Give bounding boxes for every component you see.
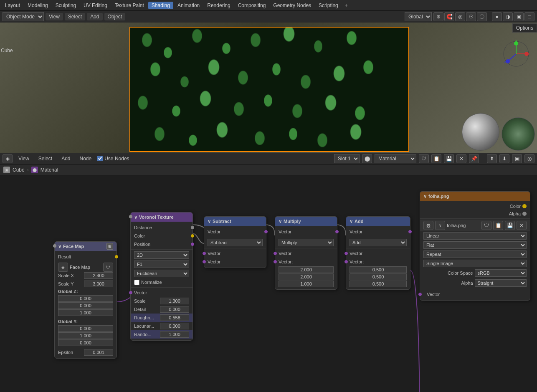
node-editor-mode-icon[interactable]: ◈ — [3, 154, 13, 163]
add-v2x-input[interactable] — [350, 266, 407, 273]
subtract-op-select[interactable]: Subtract — [208, 239, 263, 246]
multiply-collapse[interactable]: ∨ — [279, 219, 282, 224]
add-collapse[interactable]: ∨ — [350, 219, 353, 224]
face-map-gy-y[interactable] — [58, 332, 113, 339]
add-v2z-input[interactable] — [350, 281, 407, 287]
multiply-v2y-input[interactable] — [279, 273, 334, 280]
viewport-gizmo[interactable]: X Y Z — [499, 37, 533, 71]
face-map-type-icon[interactable]: ◈ — [58, 263, 68, 272]
material-unlink-icon[interactable]: ✕ — [456, 154, 466, 163]
folha-extension-select[interactable]: Repeat Extend Clip — [423, 250, 527, 258]
face-map-gz-y[interactable] — [58, 302, 113, 309]
menu-sculpting[interactable]: Sculpting — [52, 2, 79, 9]
folha-alpha-select[interactable]: Straight Premultiplied Channel Packed No… — [475, 279, 527, 287]
face-map-scalex-input[interactable] — [84, 272, 113, 279]
voronoi-dim-select[interactable]: 2D 3D — [134, 251, 189, 259]
face-map-gz-z[interactable] — [58, 309, 113, 316]
folha-copy-icon[interactable]: 📋 — [493, 221, 503, 230]
voronoi-random-input[interactable] — [160, 331, 189, 338]
viewport-shading-icon[interactable]: ● — [492, 12, 502, 21]
subtract-collapse[interactable]: ∨ — [208, 219, 211, 224]
face-map-scaley-input[interactable] — [84, 281, 113, 287]
add-v2y-input[interactable] — [350, 273, 407, 280]
menu-animation[interactable]: Animation — [174, 2, 203, 9]
folha-save-icon[interactable]: 💾 — [505, 221, 515, 230]
face-map-options-btn[interactable]: ⊞ — [106, 243, 113, 250]
voronoi-collapse[interactable]: ∨ — [134, 215, 137, 220]
material-shield-icon[interactable]: 🛡 — [419, 154, 429, 163]
folha-source-select[interactable]: Single Image Image Sequence Movie — [423, 260, 527, 267]
node-editor-add-btn[interactable]: Add — [58, 155, 73, 162]
node-align-top-icon[interactable]: ⬆ — [487, 154, 497, 163]
node-zoom-icon[interactable]: ◎ — [524, 154, 534, 163]
menu-scripting[interactable]: Scripting — [315, 2, 342, 9]
voronoi-scale-input[interactable] — [160, 298, 189, 304]
node-editor-select-btn[interactable]: Select — [35, 155, 56, 162]
voronoi-feature-select[interactable]: F1 F2 — [134, 260, 189, 268]
node-canvas[interactable]: ∨ Face Map ⊞ Result ◈ Face Map 🛡 — [0, 187, 537, 392]
material-select[interactable]: Material — [375, 154, 416, 163]
viewport-object-btn[interactable]: Object — [104, 13, 126, 20]
viewport-select-btn[interactable]: Select — [65, 13, 85, 20]
voronoi-normalize-check[interactable] — [134, 280, 139, 285]
face-map-epsilon-input[interactable] — [84, 349, 113, 356]
slot-select[interactable]: Slot 1 — [334, 154, 360, 163]
face-map-gy-z[interactable] — [58, 339, 113, 346]
options-button[interactable]: Options — [512, 23, 537, 33]
viewport-solid-icon[interactable]: □ — [524, 12, 534, 21]
node-align-bottom-icon[interactable]: ⬇ — [499, 154, 509, 163]
face-map-collapse-arrow[interactable]: ∨ — [58, 244, 61, 249]
folha-interpolation-select[interactable]: Linear Closest Cubic Smart — [423, 232, 527, 240]
xray-icon[interactable]: 〇 — [477, 12, 487, 21]
shader-ball-icon[interactable]: ⬤ — [362, 154, 372, 163]
multiply-v1-label: Vector — [279, 251, 334, 256]
node-sidebar-icon[interactable]: ▣ — [512, 154, 522, 163]
viewport-look-dev-icon[interactable]: ◑ — [503, 12, 513, 21]
material-copy-icon[interactable]: 📋 — [431, 154, 441, 163]
menu-shading[interactable]: Shading — [148, 2, 173, 9]
show-overlay-icon[interactable]: ☉ — [466, 12, 476, 21]
viewport-rendered-icon[interactable]: ▣ — [514, 12, 524, 21]
menu-layout[interactable]: Layout — [2, 2, 23, 9]
breadcrumb-material[interactable]: Material — [41, 167, 58, 173]
multiply-op-select[interactable]: Multiply — [279, 239, 334, 246]
folha-type-select[interactable]: ∨ — [435, 221, 445, 230]
use-nodes-input[interactable] — [97, 156, 103, 161]
viewport-view-btn[interactable]: View — [46, 13, 63, 20]
menu-uv-editing[interactable]: UV Editing — [80, 2, 111, 9]
voronoi-detail-input[interactable] — [160, 306, 189, 313]
menu-geometry-nodes[interactable]: Geometry Nodes — [270, 2, 314, 9]
use-nodes-checkbox[interactable]: Use Nodes — [97, 156, 129, 162]
multiply-v2x-input[interactable] — [279, 266, 334, 273]
menu-compositing[interactable]: Compositing — [235, 2, 269, 9]
face-map-gz-x[interactable] — [58, 295, 113, 302]
folha-colorspace-select[interactable]: sRGB Linear Non-Color — [475, 269, 527, 277]
menu-modeling[interactable]: Modeling — [24, 2, 51, 9]
material-save-icon[interactable]: 💾 — [444, 154, 454, 163]
snap-icon[interactable]: 🧲 — [444, 12, 454, 21]
viewport-add-btn[interactable]: Add — [87, 13, 102, 20]
menu-rendering[interactable]: Rendering — [204, 2, 233, 9]
folha-collapse[interactable]: ∨ — [423, 194, 427, 199]
folha-shield-icon[interactable]: 🛡 — [481, 221, 491, 230]
transform-orientation-select[interactable]: Global — [405, 12, 432, 21]
add-workspace-button[interactable]: + — [342, 2, 350, 9]
folha-image-icon[interactable]: 🖼 — [423, 221, 433, 230]
add-op-select[interactable]: Add — [350, 239, 407, 246]
node-editor-view-btn[interactable]: View — [15, 155, 33, 162]
object-mode-select[interactable]: Object Mode — [3, 12, 44, 21]
face-map-gy-x[interactable] — [58, 325, 113, 332]
face-map-icon2[interactable]: 🛡 — [103, 263, 113, 272]
node-editor-node-btn[interactable]: Node — [76, 155, 95, 162]
folha-close-icon[interactable]: ✕ — [517, 221, 527, 230]
material-pin-icon[interactable]: 📌 — [469, 154, 479, 163]
proportional-edit-icon[interactable]: ◎ — [455, 12, 465, 21]
voronoi-roughness-input[interactable] — [160, 314, 189, 321]
pivot-point-icon[interactable]: ⊕ — [433, 12, 443, 21]
breadcrumb-cube[interactable]: Cube — [13, 167, 25, 173]
multiply-v2z-input[interactable] — [279, 281, 334, 287]
voronoi-lacunarity-input[interactable] — [160, 323, 189, 329]
menu-texture-paint[interactable]: Texture Paint — [111, 2, 147, 9]
folha-projection-select[interactable]: Flat Box Sphere Tube — [423, 241, 527, 249]
voronoi-distance-select[interactable]: Euclidean Manhattan — [134, 270, 189, 277]
